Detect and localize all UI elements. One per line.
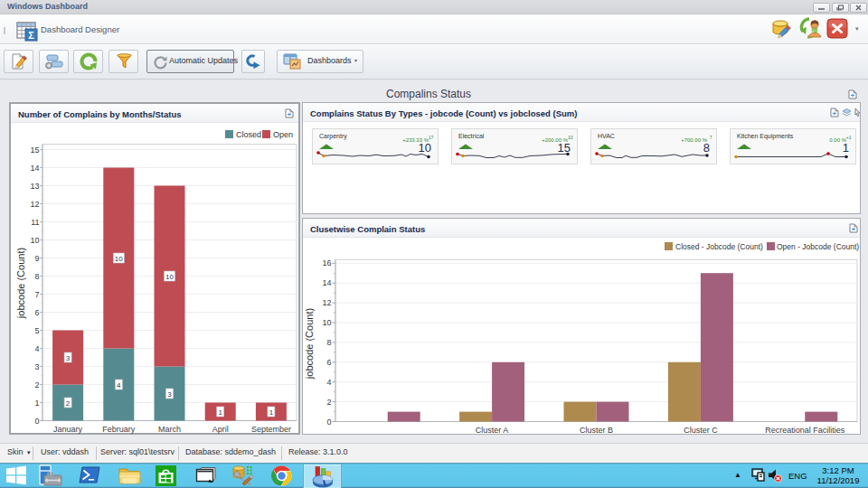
svg-text:9: 9 [34, 254, 39, 263]
svg-text:3: 3 [66, 354, 71, 362]
svg-text:10: 10 [419, 141, 431, 155]
svg-text:12: 12 [30, 200, 39, 209]
svg-text:1: 1 [218, 408, 222, 417]
svg-text:16: 16 [322, 258, 331, 267]
svg-text:10: 10 [568, 135, 573, 140]
svg-text:4: 4 [117, 381, 121, 389]
svg-text:14: 14 [322, 278, 331, 287]
svg-text:8: 8 [34, 272, 39, 281]
svg-text:3: 3 [167, 390, 172, 399]
svg-text:15: 15 [30, 145, 39, 155]
svg-text:4: 4 [326, 378, 331, 387]
svg-text:Closed - Jobcode (Count): Closed - Jobcode (Count) [675, 242, 763, 251]
svg-text:Recreational Facilities: Recreational Facilities [765, 426, 845, 435]
svg-text:2: 2 [66, 399, 71, 408]
svg-text:April: April [212, 425, 229, 434]
svg-text:0: 0 [34, 417, 39, 426]
svg-text:1: 1 [843, 141, 849, 155]
svg-text:Open: Open [273, 130, 293, 139]
svg-text:2: 2 [34, 380, 39, 389]
svg-text:Cluster B: Cluster B [580, 426, 613, 435]
svg-text:8: 8 [703, 141, 710, 155]
svg-text:jobcode (Count): jobcode (Count) [15, 248, 26, 319]
svg-text:Cluster C: Cluster C [684, 426, 718, 435]
svg-text:11: 11 [31, 218, 39, 227]
svg-text:Closed: Closed [236, 130, 261, 139]
svg-text:10: 10 [322, 318, 331, 327]
svg-text:February: February [102, 425, 136, 434]
svg-text:7: 7 [34, 290, 39, 299]
svg-text:March: March [158, 425, 181, 434]
svg-text:September: September [251, 425, 291, 434]
svg-text:0: 0 [326, 418, 331, 427]
svg-text:January: January [53, 425, 83, 434]
svg-text:4: 4 [34, 344, 39, 353]
svg-text:10: 10 [30, 236, 39, 245]
svg-text:7: 7 [710, 135, 712, 140]
svg-text:15: 15 [558, 141, 571, 155]
svg-text:Cluster A: Cluster A [476, 426, 509, 435]
svg-text:8: 8 [326, 338, 331, 347]
svg-text:13: 13 [30, 182, 39, 191]
svg-text:10: 10 [165, 273, 174, 281]
svg-text:10: 10 [115, 255, 123, 263]
svg-text:jobcode (Count): jobcode (Count) [304, 308, 315, 380]
svg-text:Σ: Σ [28, 30, 34, 41]
svg-text:6: 6 [34, 308, 39, 317]
svg-text:12: 12 [322, 298, 331, 307]
svg-text:1: 1 [34, 399, 39, 408]
svg-text:+1: +1 [846, 135, 852, 140]
svg-text:14: 14 [30, 164, 39, 173]
svg-text:2: 2 [326, 398, 331, 407]
svg-text:Open - Jobcode (Count): Open - Jobcode (Count) [777, 242, 859, 251]
svg-text:6: 6 [326, 358, 331, 367]
svg-text:17: 17 [429, 135, 434, 140]
svg-text:3: 3 [34, 362, 39, 371]
svg-text:1: 1 [269, 408, 274, 417]
svg-text:5: 5 [34, 326, 39, 335]
